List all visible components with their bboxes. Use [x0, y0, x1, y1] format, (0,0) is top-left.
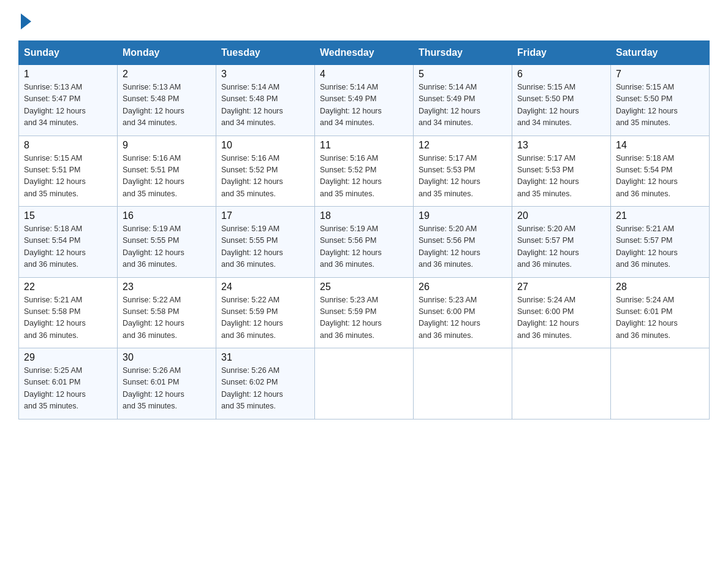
calendar-cell: 14 Sunrise: 5:18 AMSunset: 5:54 PMDaylig… [611, 136, 710, 207]
day-number: 17 [221, 210, 309, 221]
calendar-cell [611, 348, 710, 419]
day-number: 1 [24, 69, 112, 80]
week-row-1: 1 Sunrise: 5:13 AMSunset: 5:47 PMDayligh… [19, 65, 710, 136]
header-saturday: Saturday [611, 41, 710, 65]
sun-info: Sunrise: 5:23 AMSunset: 5:59 PMDaylight:… [320, 296, 382, 340]
calendar-table: SundayMondayTuesdayWednesdayThursdayFrid… [18, 40, 710, 419]
day-number: 4 [320, 69, 408, 80]
day-number: 26 [419, 282, 507, 293]
calendar-cell: 23 Sunrise: 5:22 AMSunset: 5:58 PMDaylig… [118, 277, 216, 348]
calendar-cell: 13 Sunrise: 5:17 AMSunset: 5:53 PMDaylig… [512, 136, 611, 207]
sun-info: Sunrise: 5:16 AMSunset: 5:52 PMDaylight:… [320, 154, 382, 198]
calendar-cell: 4 Sunrise: 5:14 AMSunset: 5:49 PMDayligh… [315, 65, 414, 136]
day-number: 10 [221, 140, 309, 151]
sun-info: Sunrise: 5:16 AMSunset: 5:51 PMDaylight:… [123, 154, 184, 198]
calendar-cell: 1 Sunrise: 5:13 AMSunset: 5:47 PMDayligh… [19, 65, 118, 136]
day-number: 16 [123, 210, 211, 221]
calendar-cell: 24 Sunrise: 5:22 AMSunset: 5:59 PMDaylig… [216, 277, 315, 348]
calendar-cell: 20 Sunrise: 5:20 AMSunset: 5:57 PMDaylig… [512, 207, 611, 278]
day-number: 29 [24, 352, 112, 363]
header-thursday: Thursday [414, 41, 512, 65]
calendar-cell: 3 Sunrise: 5:14 AMSunset: 5:48 PMDayligh… [216, 65, 315, 136]
sun-info: Sunrise: 5:20 AMSunset: 5:57 PMDaylight:… [517, 224, 579, 269]
calendar-cell: 11 Sunrise: 5:16 AMSunset: 5:52 PMDaylig… [315, 136, 414, 207]
calendar-cell: 21 Sunrise: 5:21 AMSunset: 5:57 PMDaylig… [611, 207, 710, 278]
calendar-cell: 7 Sunrise: 5:15 AMSunset: 5:50 PMDayligh… [611, 65, 710, 136]
sun-info: Sunrise: 5:16 AMSunset: 5:52 PMDaylight:… [221, 154, 283, 198]
day-number: 15 [24, 210, 112, 221]
sun-info: Sunrise: 5:15 AMSunset: 5:51 PMDaylight:… [24, 154, 86, 198]
logo [18, 12, 31, 29]
calendar-cell: 22 Sunrise: 5:21 AMSunset: 5:58 PMDaylig… [19, 277, 118, 348]
sun-info: Sunrise: 5:18 AMSunset: 5:54 PMDaylight:… [616, 154, 678, 198]
day-number: 30 [123, 352, 211, 363]
day-number: 25 [320, 282, 408, 293]
calendar-cell: 16 Sunrise: 5:19 AMSunset: 5:55 PMDaylig… [118, 207, 216, 278]
header-tuesday: Tuesday [216, 41, 315, 65]
day-number: 24 [221, 282, 309, 293]
sun-info: Sunrise: 5:15 AMSunset: 5:50 PMDaylight:… [517, 83, 579, 127]
week-row-5: 29 Sunrise: 5:25 AMSunset: 6:01 PMDaylig… [19, 348, 710, 419]
calendar-cell [315, 348, 414, 419]
sun-info: Sunrise: 5:22 AMSunset: 5:58 PMDaylight:… [123, 296, 184, 340]
page-header [18, 12, 710, 29]
day-number: 8 [24, 140, 112, 151]
sun-info: Sunrise: 5:21 AMSunset: 5:57 PMDaylight:… [616, 224, 678, 269]
day-number: 11 [320, 140, 408, 151]
header-friday: Friday [512, 41, 611, 65]
sun-info: Sunrise: 5:13 AMSunset: 5:48 PMDaylight:… [123, 83, 184, 127]
logo-triangle-icon [21, 13, 31, 29]
calendar-cell: 18 Sunrise: 5:19 AMSunset: 5:56 PMDaylig… [315, 207, 414, 278]
day-number: 28 [616, 282, 704, 293]
sun-info: Sunrise: 5:20 AMSunset: 5:56 PMDaylight:… [419, 224, 480, 269]
sun-info: Sunrise: 5:22 AMSunset: 5:59 PMDaylight:… [221, 296, 283, 340]
week-row-3: 15 Sunrise: 5:18 AMSunset: 5:54 PMDaylig… [19, 207, 710, 278]
day-number: 22 [24, 282, 112, 293]
sun-info: Sunrise: 5:19 AMSunset: 5:55 PMDaylight:… [221, 224, 283, 269]
sun-info: Sunrise: 5:25 AMSunset: 6:01 PMDaylight:… [24, 366, 86, 410]
calendar-cell [414, 348, 512, 419]
sun-info: Sunrise: 5:24 AMSunset: 6:00 PMDaylight:… [517, 296, 579, 340]
calendar-cell: 9 Sunrise: 5:16 AMSunset: 5:51 PMDayligh… [118, 136, 216, 207]
calendar-cell: 31 Sunrise: 5:26 AMSunset: 6:02 PMDaylig… [216, 348, 315, 419]
sun-info: Sunrise: 5:14 AMSunset: 5:48 PMDaylight:… [221, 83, 283, 127]
calendar-cell: 2 Sunrise: 5:13 AMSunset: 5:48 PMDayligh… [118, 65, 216, 136]
sun-info: Sunrise: 5:19 AMSunset: 5:55 PMDaylight:… [123, 224, 184, 269]
day-number: 13 [517, 140, 605, 151]
sun-info: Sunrise: 5:26 AMSunset: 6:01 PMDaylight:… [123, 366, 184, 410]
calendar-cell: 19 Sunrise: 5:20 AMSunset: 5:56 PMDaylig… [414, 207, 512, 278]
calendar-cell: 25 Sunrise: 5:23 AMSunset: 5:59 PMDaylig… [315, 277, 414, 348]
calendar-cell: 17 Sunrise: 5:19 AMSunset: 5:55 PMDaylig… [216, 207, 315, 278]
day-number: 5 [419, 69, 507, 80]
sun-info: Sunrise: 5:15 AMSunset: 5:50 PMDaylight:… [616, 83, 678, 127]
day-number: 12 [419, 140, 507, 151]
day-number: 20 [517, 210, 605, 221]
calendar-cell: 27 Sunrise: 5:24 AMSunset: 6:00 PMDaylig… [512, 277, 611, 348]
calendar-cell: 15 Sunrise: 5:18 AMSunset: 5:54 PMDaylig… [19, 207, 118, 278]
sun-info: Sunrise: 5:17 AMSunset: 5:53 PMDaylight:… [517, 154, 579, 198]
sun-info: Sunrise: 5:21 AMSunset: 5:58 PMDaylight:… [24, 296, 86, 340]
calendar-cell: 26 Sunrise: 5:23 AMSunset: 6:00 PMDaylig… [414, 277, 512, 348]
day-number: 21 [616, 210, 704, 221]
day-number: 9 [123, 140, 211, 151]
calendar-cell: 5 Sunrise: 5:14 AMSunset: 5:49 PMDayligh… [414, 65, 512, 136]
sun-info: Sunrise: 5:26 AMSunset: 6:02 PMDaylight:… [221, 366, 283, 410]
calendar-cell: 10 Sunrise: 5:16 AMSunset: 5:52 PMDaylig… [216, 136, 315, 207]
day-number: 7 [616, 69, 704, 80]
calendar-cell: 28 Sunrise: 5:24 AMSunset: 6:01 PMDaylig… [611, 277, 710, 348]
day-number: 23 [123, 282, 211, 293]
sun-info: Sunrise: 5:17 AMSunset: 5:53 PMDaylight:… [419, 154, 480, 198]
sun-info: Sunrise: 5:13 AMSunset: 5:47 PMDaylight:… [24, 83, 86, 127]
day-number: 31 [221, 352, 309, 363]
sun-info: Sunrise: 5:14 AMSunset: 5:49 PMDaylight:… [320, 83, 382, 127]
day-number: 18 [320, 210, 408, 221]
calendar-cell: 6 Sunrise: 5:15 AMSunset: 5:50 PMDayligh… [512, 65, 611, 136]
day-number: 2 [123, 69, 211, 80]
calendar-cell: 30 Sunrise: 5:26 AMSunset: 6:01 PMDaylig… [118, 348, 216, 419]
calendar-cell: 29 Sunrise: 5:25 AMSunset: 6:01 PMDaylig… [19, 348, 118, 419]
header-wednesday: Wednesday [315, 41, 414, 65]
calendar-header-row: SundayMondayTuesdayWednesdayThursdayFrid… [19, 41, 710, 65]
week-row-2: 8 Sunrise: 5:15 AMSunset: 5:51 PMDayligh… [19, 136, 710, 207]
sun-info: Sunrise: 5:19 AMSunset: 5:56 PMDaylight:… [320, 224, 382, 269]
day-number: 3 [221, 69, 309, 80]
